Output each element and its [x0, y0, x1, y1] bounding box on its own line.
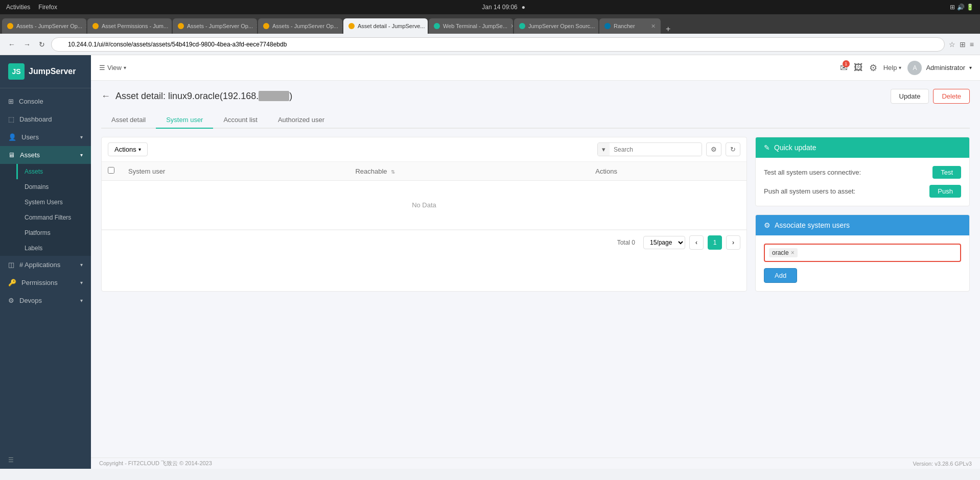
tab-close-3[interactable]: ✕: [256, 23, 257, 30]
add-button[interactable]: Add: [764, 268, 797, 283]
tab-label-8: Rancher: [614, 23, 635, 29]
user-arrow-icon: ▾: [969, 65, 972, 70]
sidebar-item-platforms[interactable]: Platforms: [16, 225, 91, 241]
tab-asset-detail[interactable]: Asset detail: [101, 112, 156, 129]
tab-system-user[interactable]: System user: [156, 112, 213, 129]
table-toolbar: Actions ▾ ▾ ⚙ ↻: [102, 137, 746, 162]
search-box: ▾: [597, 142, 702, 156]
extensions-icon[interactable]: ⊞: [960, 40, 966, 49]
tab-favicon-1: [7, 23, 13, 29]
sidebar-item-users[interactable]: 👤 Users ▾: [0, 128, 91, 146]
menu-icon[interactable]: ≡: [970, 40, 974, 49]
push-button[interactable]: Push: [929, 185, 961, 198]
view-icon: ☰: [99, 64, 105, 71]
content-with-panel: Actions ▾ ▾ ⚙ ↻: [101, 137, 970, 292]
os-firefox[interactable]: Firefox: [38, 4, 57, 11]
actions-button[interactable]: Actions ▾: [108, 142, 148, 156]
sidebar-item-assets[interactable]: 🖥 Assets ▾: [0, 146, 91, 164]
tab-favicon-6: [434, 23, 440, 29]
search-filter-button[interactable]: ▾: [598, 143, 610, 156]
forward-nav-button[interactable]: →: [21, 38, 33, 51]
tab-favicon-7: [519, 23, 525, 29]
dashboard-icon: ⬚: [8, 115, 14, 123]
tab-favicon-4: [263, 23, 269, 29]
assets-submenu: Assets Domains System Users Command Filt…: [0, 164, 91, 256]
total-count: Total 0: [617, 239, 635, 246]
new-tab-button[interactable]: +: [662, 25, 674, 34]
tab-favicon-5: [348, 23, 355, 29]
update-button[interactable]: Update: [891, 89, 929, 104]
sidebar-item-assets-sub[interactable]: Assets: [16, 164, 91, 179]
browser-tab-2[interactable]: Asset Permissions - Jum... ✕: [87, 18, 172, 34]
prev-page-button[interactable]: ‹: [689, 235, 704, 250]
devops-icon: ⚙: [8, 297, 14, 304]
back-button[interactable]: ←: [101, 91, 110, 102]
oracle-tag-remove[interactable]: ×: [791, 249, 795, 256]
browser-tab-3[interactable]: Assets - JumpServer Op... ✕: [173, 18, 257, 34]
delete-button[interactable]: Delete: [933, 89, 970, 104]
associate-body: oracle × Add: [756, 235, 969, 291]
sidebar-item-dashboard[interactable]: ⬚ Dashboard: [0, 110, 91, 128]
reload-nav-button[interactable]: ↻: [37, 38, 47, 51]
sidebar-item-systemusers[interactable]: System Users: [16, 195, 91, 210]
table-refresh-button[interactable]: ↻: [726, 142, 740, 156]
tab-close-4[interactable]: ✕: [341, 23, 342, 30]
tab-close-8[interactable]: ✕: [651, 23, 656, 30]
page-header: ← Asset detail: linux9.oracle(192.168.XX…: [101, 89, 970, 104]
tab-account-list[interactable]: Account list: [213, 112, 267, 129]
sidebar-collapse-btn[interactable]: ☰: [0, 451, 91, 469]
col-checkbox: [102, 162, 122, 181]
sidebar-item-domains[interactable]: Domains: [16, 179, 91, 195]
select-all-checkbox[interactable]: [108, 167, 114, 174]
table-settings-button[interactable]: ⚙: [706, 142, 721, 156]
os-activities[interactable]: Activities: [6, 4, 30, 11]
sidebar-nav: ⊞ Console ⬚ Dashboard 👤 Users ▾ 🖥 Assets…: [0, 88, 91, 451]
reachable-sort-icon[interactable]: ⇅: [391, 169, 395, 175]
browser-tab-1[interactable]: Assets - JumpServer Op... ✕: [2, 18, 86, 34]
view-toggle[interactable]: ☰ View ▾: [99, 64, 126, 71]
sidebar-item-label-console: Console: [19, 98, 43, 105]
associate-input-area[interactable]: oracle ×: [764, 244, 961, 262]
search-input[interactable]: [610, 143, 702, 156]
help-button[interactable]: Help ▾: [883, 64, 902, 71]
tab-label-7: JumpServer Open Sourc...: [528, 23, 595, 29]
tab-authorized-user[interactable]: Authorized user: [268, 112, 335, 129]
test-row: Test all system users connective: Test: [764, 166, 961, 179]
sidebar-item-applications[interactable]: ◫ # Applications ▾: [0, 256, 91, 274]
tab-close-2[interactable]: ✕: [171, 23, 172, 30]
image-icon[interactable]: 🖼: [854, 62, 863, 73]
browser-tab-8[interactable]: Rancher ✕: [599, 18, 661, 34]
address-input[interactable]: [51, 37, 945, 52]
browser-tab-7[interactable]: JumpServer Open Sourc... ✕: [514, 18, 598, 34]
browser-tab-4[interactable]: Assets - JumpServer Op... ✕: [258, 18, 342, 34]
test-button[interactable]: Test: [932, 166, 961, 179]
tab-close-6[interactable]: ✕: [510, 23, 513, 30]
actions-label: Actions: [114, 146, 136, 153]
sidebar-item-commandfilters[interactable]: Command Filters: [16, 210, 91, 225]
sidebar-item-devops[interactable]: ⚙ Devops ▾: [0, 292, 91, 309]
tab-close-7[interactable]: ✕: [598, 23, 598, 30]
sidebar-item-label-systemusers: System Users: [25, 199, 63, 206]
sidebar-item-label-platforms: Platforms: [25, 229, 51, 236]
page-size-select[interactable]: 15/page30/page50/page: [643, 236, 685, 249]
assets-icon: 🖥: [8, 151, 15, 159]
user-info[interactable]: A Administrator ▾: [907, 61, 972, 75]
notifications-icon[interactable]: ✉ 1: [840, 62, 848, 74]
tab-close-1[interactable]: ✕: [85, 23, 86, 30]
back-nav-button[interactable]: ←: [6, 38, 17, 51]
browser-tab-5[interactable]: Asset detail - JumpServe... ✕: [343, 18, 428, 34]
console-icon: ⊞: [8, 98, 14, 105]
sidebar-item-label-devops: Devops: [19, 297, 42, 304]
permissions-arrow-icon: ▾: [80, 280, 83, 285]
settings-icon[interactable]: ⚙: [869, 62, 877, 74]
next-page-button[interactable]: ›: [726, 235, 740, 250]
bookmark-icon[interactable]: ☆: [949, 40, 955, 49]
page-content: ← Asset detail: linux9.oracle(192.168.XX…: [91, 81, 980, 458]
associate-header: ⚙ Associate system users: [756, 215, 969, 235]
quick-update-header: ✎ Quick update: [756, 137, 969, 158]
browser-tab-6[interactable]: Web Terminal - JumpSe... ✕: [429, 18, 513, 34]
sidebar-item-labels[interactable]: Labels: [16, 241, 91, 256]
sidebar-item-console[interactable]: ⊞ Console: [0, 92, 91, 110]
sidebar-item-permissions[interactable]: 🔑 Permissions ▾: [0, 274, 91, 292]
help-arrow-icon: ▾: [899, 65, 901, 70]
